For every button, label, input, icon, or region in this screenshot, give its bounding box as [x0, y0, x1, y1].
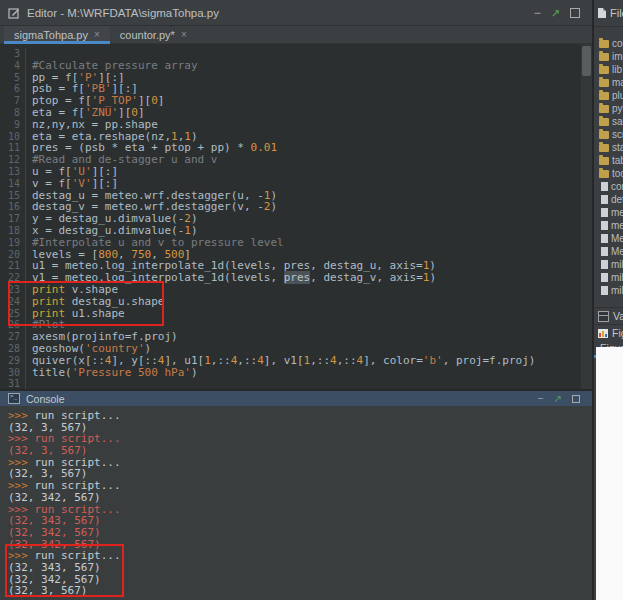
variables-panel-header[interactable]: Va — [594, 307, 623, 324]
folder-icon — [599, 105, 609, 113]
edit-icon — [8, 7, 20, 19]
line-number: 19 — [0, 237, 26, 249]
minimize-icon[interactable]: − — [534, 7, 541, 19]
file-icon — [601, 260, 608, 269]
folder-icon — [599, 92, 609, 100]
tree-item-label: lib — [612, 64, 622, 75]
tree-item-label: col — [612, 38, 623, 49]
line-number: 6 — [0, 83, 26, 95]
tree-item-mil[interactable]: mil — [594, 271, 623, 284]
tree-item-san[interactable]: san — [594, 115, 623, 128]
code-line[interactable]: 30title('Pressure 500 hPa') — [0, 367, 580, 379]
line-number: 22 — [0, 272, 26, 284]
folder-icon — [599, 157, 609, 165]
tree-item-label: pyli — [612, 103, 623, 114]
line-number: 4 — [0, 60, 26, 72]
tree-item-tab[interactable]: tab — [594, 154, 623, 167]
tree-item-label: con — [611, 181, 623, 192]
line-number: 28 — [0, 343, 26, 355]
console-line: >>> run script... — [8, 433, 588, 445]
editor-body[interactable]: 34#Calculate pressure array5pp = f['P'][… — [0, 44, 592, 389]
console-window-controls: − ↗ — [538, 393, 580, 405]
tree-item-mila[interactable]: mila — [594, 258, 623, 271]
variables-icon — [598, 311, 609, 322]
code-area: 34#Calculate pressure array5pp = f['P'][… — [0, 44, 580, 389]
code-line[interactable]: 25print u1.shape — [0, 308, 580, 320]
line-number: 12 — [0, 154, 26, 166]
tree-item-plu[interactable]: plu — [594, 89, 623, 102]
tree-item-met[interactable]: met — [594, 219, 623, 232]
console-icon — [8, 393, 20, 404]
tree-item-label: mil — [611, 285, 623, 296]
tree-item-ma[interactable]: ma — [594, 76, 623, 89]
tree-item-Me[interactable]: Me — [594, 245, 623, 258]
folder-icon — [599, 53, 609, 61]
tree-item-scri[interactable]: scri — [594, 128, 623, 141]
editor-window: Editor - M:\WRFDATA\sigmaTohpa.py − ↗ si… — [0, 0, 592, 389]
figures-panel-header[interactable]: Figu — [594, 324, 623, 341]
line-number: 10 — [0, 131, 26, 143]
console-line: (32, 342, 567) — [8, 574, 588, 586]
tab-close-icon[interactable]: × — [181, 29, 187, 40]
tree-item-too[interactable]: too — [594, 167, 623, 180]
editor-title-bar: Editor - M:\WRFDATA\sigmaTohpa.py − ↗ — [0, 0, 592, 26]
tree-item-Me[interactable]: Me — [594, 232, 623, 245]
editor-tab[interactable]: countor.py*× — [110, 26, 197, 43]
file-tree: colimalibmaplupylisanscristattabtooconde… — [594, 27, 623, 307]
tab-label: sigmaTohpa.py — [14, 29, 88, 41]
line-number: 3 — [0, 48, 26, 60]
tree-item-label: mila — [611, 259, 623, 270]
tree-item-met[interactable]: met — [594, 206, 623, 219]
editor-tab[interactable]: sigmaTohpa.py× — [4, 26, 110, 43]
console-body[interactable]: >>> run script...(32, 3, 567)>>> run scr… — [0, 406, 592, 600]
detach-arrow-icon[interactable]: ↗ — [551, 7, 560, 19]
code-text: title('Pressure 500 hPa') — [26, 367, 198, 379]
line-number: 18 — [0, 225, 26, 237]
line-number: 7 — [0, 95, 26, 107]
right-panel: File colimalibmaplupylisanscristattabtoo… — [592, 0, 623, 600]
code-line[interactable]: 31 — [0, 378, 580, 389]
tree-item-label: mil — [611, 272, 623, 283]
tree-item-ima[interactable]: ima — [594, 50, 623, 63]
tree-item-mil[interactable]: mil — [594, 284, 623, 297]
line-number: 13 — [0, 166, 26, 178]
line-number: 5 — [0, 72, 26, 84]
tree-item-col[interactable]: col — [594, 37, 623, 50]
tree-item-label: Me — [611, 246, 623, 257]
tree-item-label: too — [612, 168, 623, 179]
variables-panel-title: Va — [613, 310, 623, 322]
folder-icon — [599, 40, 609, 48]
files-panel-title: File — [610, 7, 623, 19]
tree-item-label: def — [611, 194, 623, 205]
detach-arrow-icon[interactable]: ↗ — [554, 393, 562, 405]
editor-scrollbar[interactable] — [581, 44, 592, 389]
tab-close-icon[interactable]: × — [94, 29, 100, 40]
folder-icon — [599, 79, 609, 87]
minimize-icon[interactable]: − — [538, 393, 544, 405]
tree-item-label: Me — [611, 233, 623, 244]
tree-item-pyli[interactable]: pyli — [594, 102, 623, 115]
console-window: Console − ↗ >>> run script...(32, 3, 567… — [0, 391, 592, 600]
console-window-title: Console — [26, 393, 538, 405]
folder-icon — [599, 144, 609, 152]
tree-item-label: ma — [612, 77, 623, 88]
tree-item-lib[interactable]: lib — [594, 63, 623, 76]
tree-item-label: met — [611, 207, 623, 218]
scrollbar-thumb[interactable] — [582, 46, 591, 76]
line-number: 26 — [0, 319, 26, 331]
tree-item-stat[interactable]: stat — [594, 141, 623, 154]
files-panel-header: File — [594, 0, 623, 27]
tree-item-con[interactable]: con — [594, 180, 623, 193]
line-number: 17 — [0, 213, 26, 225]
figures-panel-title: Figu — [612, 327, 623, 339]
folder-icon — [599, 170, 609, 178]
maximize-icon[interactable] — [572, 395, 580, 403]
tree-item-label: ima — [612, 51, 623, 62]
tab-label: countor.py* — [120, 29, 175, 41]
maximize-icon[interactable] — [570, 8, 580, 18]
folder-icon — [599, 66, 609, 74]
tree-item-def[interactable]: def — [594, 193, 623, 206]
file-icon — [601, 208, 608, 217]
tree-item-label: plu — [612, 90, 623, 101]
editor-window-title: Editor - M:\WRFDATA\sigmaTohpa.py — [27, 7, 534, 19]
